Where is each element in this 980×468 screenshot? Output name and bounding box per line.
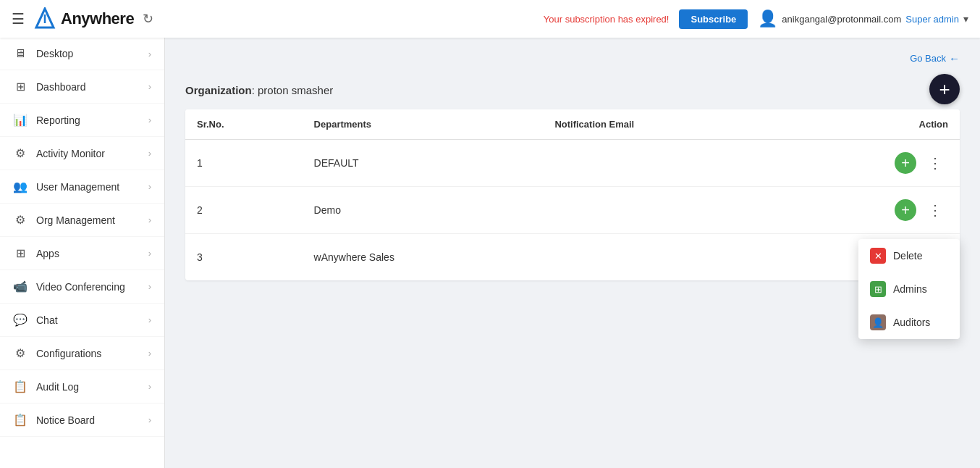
cell-srno-1: 1 xyxy=(185,140,303,187)
activity-monitor-icon: ⚙ xyxy=(13,146,28,160)
cell-srno-2: 2 xyxy=(185,187,303,234)
cell-email-3 xyxy=(543,234,781,281)
reporting-icon: 📊 xyxy=(13,113,28,127)
more-options-row-2-button[interactable]: ⋮ xyxy=(922,199,948,222)
org-title: Organization: proton smasher xyxy=(185,84,960,96)
org-label: Organization xyxy=(185,84,252,96)
col-notification-email: Notification Email xyxy=(543,109,781,140)
sidebar-label-chat: Chat xyxy=(36,314,58,326)
go-back-button[interactable]: Go Back ← xyxy=(910,52,960,64)
dropdown-label-auditors: Auditors xyxy=(893,317,930,328)
org-name: : proton smasher xyxy=(252,84,334,96)
chevron-right-icon: › xyxy=(148,381,151,392)
refresh-icon[interactable]: ↻ xyxy=(143,11,153,27)
table-row: 3 wAnywhere Sales + ⋮ xyxy=(185,234,960,281)
col-action: Action xyxy=(782,109,960,140)
user-role: Super admin xyxy=(905,14,959,25)
sidebar-item-configurations[interactable]: ⚙ Configurations › xyxy=(0,337,164,370)
cell-email-1 xyxy=(543,140,781,187)
logo: Anywhere xyxy=(33,7,134,30)
chevron-right-icon: › xyxy=(148,248,151,259)
sidebar-item-notice-board[interactable]: 📋 Notice Board › xyxy=(0,404,164,437)
dropdown-item-delete[interactable]: ✕ Delete xyxy=(858,239,960,272)
delete-icon: ✕ xyxy=(870,248,886,264)
add-to-row-1-button[interactable]: + xyxy=(895,152,916,174)
dropdown-label-admins: Admins xyxy=(893,283,927,295)
dropdown-item-admins[interactable]: ⊞ Admins xyxy=(858,272,960,306)
cell-dept-3: wAnywhere Sales xyxy=(303,234,544,281)
sidebar-label-configurations: Configurations xyxy=(36,348,101,359)
audit-log-icon: 📋 xyxy=(13,380,28,393)
go-back-label: Go Back xyxy=(910,53,946,64)
user-management-icon: 👥 xyxy=(13,180,28,193)
logo-text: Anywhere xyxy=(61,9,134,28)
sidebar-label-reporting: Reporting xyxy=(36,114,80,126)
sidebar-item-reporting[interactable]: 📊 Reporting › xyxy=(0,104,164,137)
admins-icon: ⊞ xyxy=(870,281,886,297)
go-back-arrow-icon: ← xyxy=(949,52,960,64)
table-row: 1 DEFAULT + ⋮ xyxy=(185,140,960,187)
chevron-right-icon: › xyxy=(148,148,151,159)
apps-icon: ⊞ xyxy=(13,246,28,260)
sidebar-label-audit-log: Audit Log xyxy=(36,381,79,393)
col-srno: Sr.No. xyxy=(185,109,303,140)
add-department-button[interactable]: + xyxy=(929,74,960,104)
add-to-row-2-button[interactable]: + xyxy=(895,199,916,221)
chevron-right-icon: › xyxy=(148,49,151,59)
header-left: ☰ Anywhere ↻ xyxy=(12,7,153,30)
subscription-warning: Your subscription has expired! xyxy=(544,14,669,25)
chevron-right-icon: › xyxy=(148,348,151,359)
main-content: Go Back ← Organization: proton smasher +… xyxy=(165,38,980,468)
cell-srno-3: 3 xyxy=(185,234,303,281)
sidebar-label-activity-monitor: Activity Monitor xyxy=(36,148,105,159)
table-body: 1 DEFAULT + ⋮ 2 Demo xyxy=(185,140,960,281)
sidebar-label-user-management: User Management xyxy=(36,181,119,193)
hamburger-icon[interactable]: ☰ xyxy=(12,10,25,28)
sidebar-label-video-conferencing: Video Conferencing xyxy=(36,281,125,293)
table-row: 2 Demo + ⋮ xyxy=(185,187,960,234)
cell-dept-1: DEFAULT xyxy=(303,140,544,187)
desktop-icon: 🖥 xyxy=(13,47,28,60)
departments-table-container: Sr.No. Departments Notification Email Ac… xyxy=(185,109,960,280)
org-management-icon: ⚙ xyxy=(13,213,28,227)
sidebar: 🖥 Desktop › ⊞ Dashboard › 📊 Reporting › … xyxy=(0,38,165,468)
cell-action-2: + ⋮ xyxy=(782,187,960,234)
configurations-icon: ⚙ xyxy=(13,346,28,360)
sidebar-item-desktop[interactable]: 🖥 Desktop › xyxy=(0,38,164,70)
sidebar-item-user-management[interactable]: 👥 User Management › xyxy=(0,170,164,204)
sidebar-label-dashboard: Dashboard xyxy=(36,81,86,93)
sidebar-label-desktop: Desktop xyxy=(36,48,73,59)
logo-icon xyxy=(33,7,56,30)
table-header: Sr.No. Departments Notification Email Ac… xyxy=(185,109,960,140)
col-departments: Departments xyxy=(303,109,544,140)
header-right: Your subscription has expired! Subscribe… xyxy=(544,9,968,29)
cell-action-1: + ⋮ xyxy=(782,140,960,187)
subscribe-button[interactable]: Subscribe xyxy=(679,9,748,29)
sidebar-label-apps: Apps xyxy=(36,248,59,259)
sidebar-item-chat[interactable]: 💬 Chat › xyxy=(0,304,164,337)
context-dropdown-menu: ✕ Delete ⊞ Admins 👤 Auditors xyxy=(858,239,960,339)
chevron-right-icon: › xyxy=(148,281,151,292)
chat-icon: 💬 xyxy=(13,313,28,327)
dropdown-item-auditors[interactable]: 👤 Auditors xyxy=(858,306,960,339)
chevron-right-icon: › xyxy=(148,414,151,425)
more-options-row-1-button[interactable]: ⋮ xyxy=(922,151,948,175)
sidebar-item-video-conferencing[interactable]: 📹 Video Conferencing › xyxy=(0,270,164,304)
cell-email-2 xyxy=(543,187,781,234)
auditors-icon: 👤 xyxy=(870,314,886,330)
header: ☰ Anywhere ↻ Your subscription has expir… xyxy=(0,0,980,38)
sidebar-item-apps[interactable]: ⊞ Apps › xyxy=(0,237,164,270)
sidebar-item-audit-log[interactable]: 📋 Audit Log › xyxy=(0,370,164,404)
user-info[interactable]: 👤 anikgangal@protonmail.com Super admin … xyxy=(758,9,968,28)
main-layout: 🖥 Desktop › ⊞ Dashboard › 📊 Reporting › … xyxy=(0,38,980,468)
sidebar-item-org-management[interactable]: ⚙ Org Management › xyxy=(0,204,164,237)
departments-table: Sr.No. Departments Notification Email Ac… xyxy=(185,109,960,280)
dropdown-label-delete: Delete xyxy=(893,250,922,262)
cell-dept-2: Demo xyxy=(303,187,544,234)
sidebar-item-dashboard[interactable]: ⊞ Dashboard › xyxy=(0,70,164,104)
user-dropdown-arrow-icon[interactable]: ▾ xyxy=(963,13,968,25)
sidebar-item-activity-monitor[interactable]: ⚙ Activity Monitor › xyxy=(0,137,164,170)
user-avatar-icon: 👤 xyxy=(758,9,777,28)
chevron-right-icon: › xyxy=(148,114,151,125)
notice-board-icon: 📋 xyxy=(13,413,28,427)
